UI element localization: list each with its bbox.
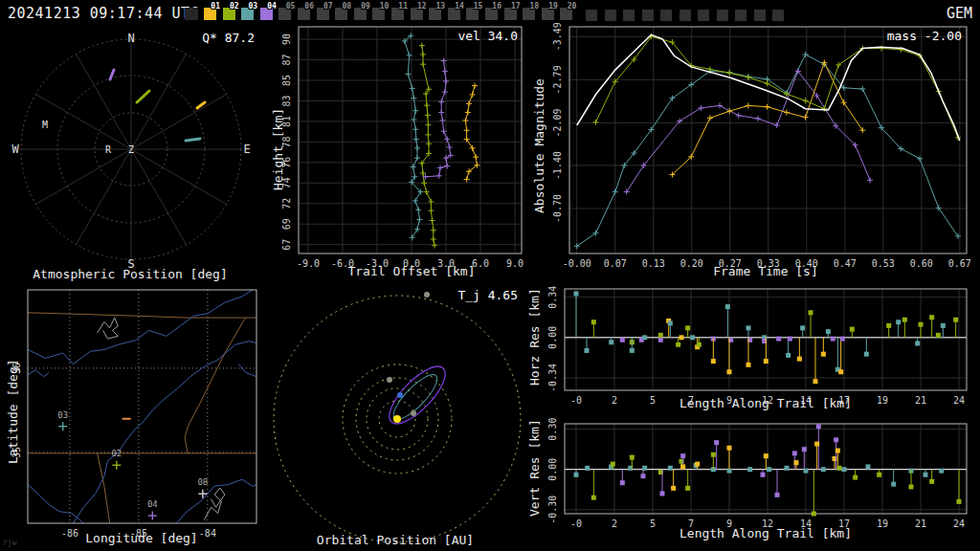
horizontal-residuals-plot: -025791214171921240.340.00-0.34 (522, 283, 980, 409)
station-chip-label: 18 (530, 2, 540, 11)
station-markers: 03020408 (57, 410, 208, 520)
station-chip-label: 08 (343, 2, 352, 11)
svg-text:E: E (243, 143, 250, 156)
vert-ylabel: Vert Res [km] (527, 421, 542, 517)
station-chip-label: 14 (455, 2, 464, 11)
grid (299, 27, 522, 253)
svg-text:-0: -0 (570, 518, 582, 529)
trail-xlabel: Trail Offset [km] (287, 264, 536, 278)
svg-text:W: W (11, 143, 19, 156)
grid (569, 27, 967, 253)
light-curve-plot: -0.000.070.130.200.270.330.400.470.530.6… (526, 27, 980, 271)
station-chip-label: 16 (492, 2, 501, 11)
series-03 (402, 33, 424, 240)
watermark: rjw (3, 539, 16, 547)
svg-text:21: 21 (915, 395, 926, 406)
station-chip-label: 05 (286, 2, 296, 11)
svg-text:-0.70: -0.70 (552, 194, 563, 223)
svg-text:69: 69 (281, 218, 292, 230)
svg-text:85: 85 (281, 75, 292, 86)
station-chip-01[interactable]: 01 (204, 8, 216, 20)
vert-xlabel: Length Along Trail [km] (622, 526, 909, 540)
station-chip-12[interactable]: 12 (411, 8, 423, 20)
state-border-north (28, 313, 256, 318)
shower-label: GEM (928, 5, 972, 22)
station-chip-20[interactable]: 20 (560, 8, 572, 20)
orbit-title: Orbital Position [AU] (276, 533, 515, 547)
ground-map-plot: -86-85-84363503020408 (0, 287, 268, 538)
station-chip-07[interactable]: 07 (317, 8, 329, 20)
station-slot (623, 10, 635, 21)
meteoroid-orbit (381, 359, 454, 432)
svg-text:-3.49: -3.49 (552, 22, 563, 51)
station-chip-03[interactable]: 03 (241, 8, 254, 20)
svg-text:-1.40: -1.40 (552, 151, 563, 180)
station-chip-label: 09 (361, 2, 370, 11)
river-east (238, 364, 256, 377)
mass-annotation: mass -2.00 (809, 29, 962, 43)
svg-text:87: 87 (281, 55, 292, 66)
station-chip-label: 20 (568, 2, 577, 11)
svg-text:-0.30: -0.30 (547, 496, 558, 524)
station-slot (586, 10, 597, 21)
station-chip-13[interactable]: 13 (429, 8, 441, 20)
sun-dot (393, 415, 401, 423)
svg-text:0.30: 0.30 (547, 418, 558, 441)
station-chip-label: 11 (398, 2, 408, 11)
svg-text:0.00: 0.00 (547, 326, 558, 349)
station-chip-label: 19 (548, 2, 558, 11)
station-slot (679, 10, 691, 21)
station-chip-18[interactable]: 18 (523, 8, 535, 20)
river-north (28, 290, 253, 364)
station-chip-10[interactable]: 10 (372, 8, 385, 20)
station-chip-label: 01 (211, 2, 220, 11)
svg-text:03: 03 (57, 410, 68, 420)
horz-ylabel: Horz Res [km] (527, 290, 542, 386)
station-chip-label: 13 (436, 2, 446, 11)
station-chip-08[interactable]: 08 (335, 8, 347, 20)
station-slot (605, 10, 616, 21)
station-chip-17[interactable]: 17 (504, 8, 517, 20)
station-chip-19[interactable]: 19 (542, 8, 554, 20)
atmospheric-position-plot: NESWMRZ (0, 27, 258, 266)
station-slot (717, 10, 728, 21)
svg-text:0.34: 0.34 (547, 286, 558, 309)
station-chip-02[interactable]: 02 (223, 8, 235, 20)
series-04 (422, 57, 453, 179)
app-root: 20241213 09:17:44 UTC 010203040506070809… (0, 0, 980, 551)
station-chip-blank (185, 8, 198, 20)
svg-text:-0.00: -0.00 (563, 258, 591, 269)
svg-text:2: 2 (612, 518, 617, 529)
velocity-annotation: vel 34.0 (397, 29, 518, 43)
svg-text:M: M (42, 120, 48, 130)
station-chip-06[interactable]: 06 (298, 8, 310, 20)
station-chip-11[interactable]: 11 (391, 8, 404, 20)
svg-text:24: 24 (953, 395, 965, 406)
svg-text:-2.79: -2.79 (552, 65, 563, 94)
station-chip-09[interactable]: 09 (354, 8, 367, 20)
q-star-annotation: Q* 87.2 (134, 31, 255, 45)
station-chip-label: 02 (230, 2, 239, 11)
earth-dot (397, 392, 403, 398)
station-chip-label: 12 (417, 2, 427, 11)
station-chip-16[interactable]: 16 (485, 8, 498, 20)
series-02 (419, 43, 437, 249)
station-chip-05[interactable]: 05 (278, 8, 291, 20)
svg-text:R: R (105, 144, 112, 155)
station-chip-04[interactable]: 04 (260, 8, 273, 20)
svg-text:-0: -0 (570, 395, 582, 406)
vertical-residuals-plot: -025791214171921240.300.00-0.30 (522, 409, 980, 536)
atmospheric-title: Atmospheric Position [deg] (0, 267, 260, 281)
station-slot (698, 10, 709, 21)
map-ylabel: Latitude [deg] (6, 352, 20, 472)
status-bar: 20241213 09:17:44 UTC 010203040506070809… (0, 0, 980, 27)
svg-text:21: 21 (915, 518, 926, 529)
trail-offset-plot: -9.0-6.0-3.00.03.06.09.06769727476788183… (268, 27, 524, 268)
station-chip-14[interactable]: 14 (448, 8, 460, 20)
al-ga-border (98, 453, 110, 523)
station-chip-label: 06 (304, 2, 314, 11)
station-chip-15[interactable]: 15 (466, 8, 479, 20)
station-slot (642, 10, 654, 21)
svg-text:24: 24 (953, 518, 965, 529)
trail-ylabel: Height [km] (271, 94, 285, 204)
